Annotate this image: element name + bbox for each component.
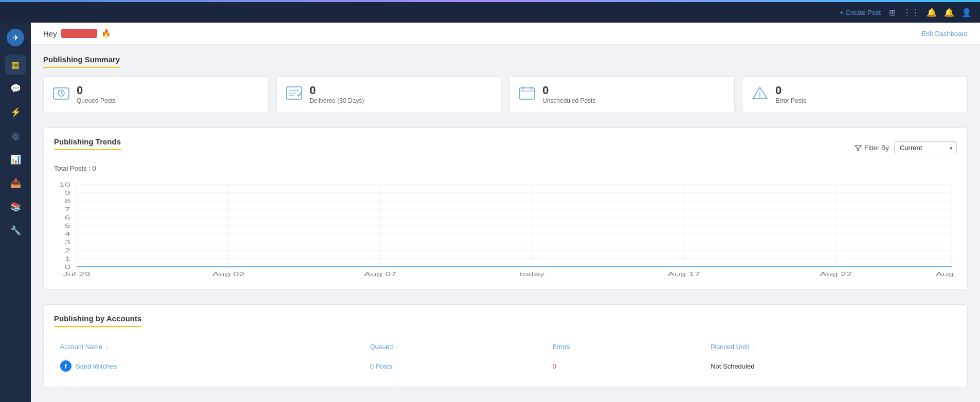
- svg-text:0: 0: [65, 264, 70, 270]
- chart-container: 10 9 8 7 6 5 4 3 2 1 0: [54, 177, 957, 280]
- svg-text:5: 5: [65, 223, 70, 229]
- library-icon: 📚: [10, 202, 21, 212]
- error-number: 0: [775, 85, 806, 96]
- content-body: Publishing Summary 0: [31, 45, 980, 397]
- svg-rect-8: [519, 88, 535, 99]
- greeting-prefix: Hey: [43, 29, 57, 38]
- queued-posts-card[interactable]: 0 Queued Posts: [43, 76, 269, 113]
- total-posts-label: Total Posts : 0: [54, 165, 957, 172]
- dashboard-icon: ▦: [11, 60, 20, 70]
- delivered-posts-card[interactable]: 0 Delivered (30 Days): [276, 76, 502, 113]
- svg-text:6: 6: [65, 215, 70, 221]
- unscheduled-posts-card[interactable]: 0 Unscheduled Posts: [509, 76, 735, 113]
- content-header: Hey 🔥 Edit Dashboard: [31, 23, 980, 45]
- publishing-trends-title: Publishing Trends: [54, 137, 121, 150]
- summary-cards: 0 Queued Posts: [43, 76, 968, 113]
- publishing-summary-title: Publishing Summary: [43, 55, 120, 68]
- account-name-inner: f Sand Witches: [60, 360, 358, 372]
- sidebar-item-chat[interactable]: 💬: [5, 78, 26, 99]
- sidebar-item-inbox[interactable]: 📥: [5, 173, 26, 193]
- queued-value[interactable]: 0 Posts: [370, 362, 392, 370]
- filter-icon: [855, 144, 862, 152]
- queued-icon: [53, 86, 69, 104]
- sidebar-item-target[interactable]: ◎: [5, 125, 26, 146]
- svg-text:8: 8: [65, 198, 70, 204]
- sidebar-item-barchart[interactable]: 📊: [5, 149, 26, 170]
- unscheduled-card-info: 0 Unscheduled Posts: [542, 85, 595, 104]
- error-posts-card[interactable]: 0 Error Posts: [742, 76, 968, 113]
- delivered-card-info: 0 Delivered (30 Days): [310, 85, 364, 104]
- sidebar-item-settings[interactable]: 🔧: [5, 220, 26, 241]
- notification2-icon[interactable]: 🔔: [944, 8, 954, 17]
- planned-until-cell: Not Scheduled: [704, 355, 957, 377]
- publishing-by-accounts-section: Publishing by Accounts Account Name ↑ Qu…: [43, 304, 968, 387]
- svg-text:Jul 29: Jul 29: [63, 271, 90, 277]
- svg-text:10: 10: [59, 182, 70, 188]
- svg-text:1: 1: [65, 256, 70, 262]
- queued-number: 0: [77, 85, 116, 96]
- delivered-icon: [286, 86, 302, 104]
- sidebar-item-dashboard[interactable]: ▦: [5, 54, 26, 75]
- bell-icon[interactable]: 🔔: [927, 8, 937, 17]
- planned-until-column-header[interactable]: Planned Until ↑: [704, 339, 957, 355]
- greeting: Hey 🔥: [43, 29, 111, 38]
- user-icon[interactable]: 👤: [961, 8, 972, 17]
- chart-svg: 10 9 8 7 6 5 4 3 2 1 0: [54, 177, 957, 280]
- sidebar: ✈ ▦ 💬 ⚡ ◎ 📊 📥 📚 🔧: [0, 23, 31, 402]
- account-name-link[interactable]: Sand Witches: [76, 362, 117, 370]
- create-post-button[interactable]: + Create Post: [840, 9, 881, 16]
- inbox-icon: 📥: [10, 178, 21, 189]
- unscheduled-label: Unscheduled Posts: [542, 97, 595, 104]
- svg-text:today: today: [519, 271, 545, 277]
- queued-cell: 0 Posts: [364, 355, 547, 377]
- svg-text:9: 9: [65, 190, 70, 196]
- fire-emoji: 🔥: [101, 29, 111, 38]
- apps-icon[interactable]: ⋮⋮: [903, 8, 919, 17]
- queued-card-info: 0 Queued Posts: [77, 85, 116, 104]
- queued-label: Queued Posts: [77, 97, 116, 104]
- account-name-sort-arrow: ↑: [105, 344, 107, 350]
- queued-sort-arrow: ↑: [396, 344, 398, 350]
- planned-until-value: Not Scheduled: [711, 362, 754, 370]
- errors-value[interactable]: 0: [552, 362, 556, 370]
- sidebar-item-analytics[interactable]: ⚡: [5, 102, 26, 122]
- top-bar-icons: ⊞ ⋮⋮ 🔔 🔔 👤: [889, 8, 972, 17]
- unscheduled-number: 0: [542, 85, 595, 96]
- planned-until-sort-arrow: ↑: [752, 344, 754, 350]
- errors-column-header[interactable]: Errors ↓: [546, 339, 704, 355]
- filter-select[interactable]: Current Last Month Last 3 Months: [894, 141, 957, 154]
- analytics-icon: ⚡: [10, 107, 21, 118]
- top-bar: + Create Post ⊞ ⋮⋮ 🔔 🔔 👤: [0, 2, 980, 23]
- filter-area: Filter By Current Last Month Last 3 Mont…: [855, 141, 957, 154]
- app-body: ✈ ▦ 💬 ⚡ ◎ 📊 📥 📚 🔧 Hey: [0, 23, 980, 402]
- sidebar-logo[interactable]: ✈: [7, 29, 24, 46]
- svg-text:7: 7: [65, 207, 70, 212]
- sidebar-item-library[interactable]: 📚: [5, 196, 26, 217]
- errors-cell: 0: [546, 355, 704, 377]
- svg-text:4: 4: [65, 231, 70, 237]
- publishing-summary-section: Publishing Summary 0: [43, 55, 968, 113]
- delivered-number: 0: [310, 85, 364, 96]
- svg-text:2: 2: [65, 248, 70, 253]
- filter-select-wrapper: Current Last Month Last 3 Months: [894, 141, 957, 154]
- accounts-table-header-row: Account Name ↑ Queued ↑ Errors ↓: [54, 339, 957, 355]
- facebook-icon: f: [60, 360, 71, 372]
- account-name-column-header[interactable]: Account Name ↑: [54, 339, 364, 355]
- table-row: f Sand Witches 0 Posts 0 No: [54, 355, 957, 377]
- grid-icon[interactable]: ⊞: [889, 8, 896, 17]
- filter-label: Filter By: [855, 144, 889, 152]
- queued-column-header[interactable]: Queued ↑: [364, 339, 547, 355]
- errors-sort-arrow: ↓: [573, 344, 575, 350]
- delivered-label: Delivered (30 Days): [310, 97, 364, 104]
- bar-chart-icon: 📊: [10, 154, 21, 165]
- edit-dashboard-button[interactable]: Edit Dashboard: [921, 30, 968, 38]
- error-icon: [752, 86, 768, 104]
- svg-text:Aug 17: Aug 17: [668, 271, 700, 277]
- error-label: Error Posts: [775, 97, 806, 104]
- publishing-trends-section: Publishing Trends Filter By Current Last…: [43, 127, 968, 290]
- main-content: Hey 🔥 Edit Dashboard Publishing Summary: [31, 23, 980, 402]
- publishing-by-accounts-title: Publishing by Accounts: [54, 314, 141, 327]
- accounts-table: Account Name ↑ Queued ↑ Errors ↓: [54, 339, 957, 377]
- chat-icon: 💬: [10, 83, 21, 94]
- error-card-info: 0 Error Posts: [775, 85, 806, 104]
